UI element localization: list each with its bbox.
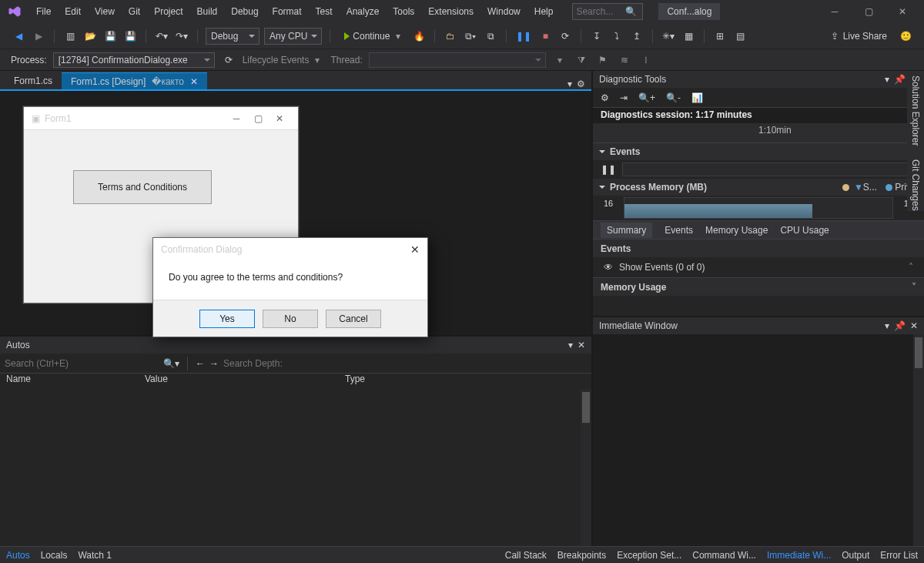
status-output[interactable]: Output <box>842 550 869 561</box>
winform-maximize-icon[interactable]: ▢ <box>247 113 269 124</box>
diag-ruler[interactable]: 1:10min 1: <box>593 123 924 143</box>
restart-button[interactable]: ⟳ <box>557 28 573 45</box>
menu-tools[interactable]: Tools <box>386 3 421 20</box>
pause-button[interactable]: ❚❚ <box>514 28 533 45</box>
close-tab-icon[interactable]: ✕ <box>190 76 198 87</box>
window-close-button[interactable]: ✕ <box>886 0 919 23</box>
close-panel-icon[interactable]: ✕ <box>578 340 585 350</box>
menu-window[interactable]: Window <box>480 3 527 20</box>
memory-section-header[interactable]: Process Memory (MB) ▼S... Priv... <box>593 179 924 196</box>
git-changes-tab[interactable]: Git Changes <box>910 159 921 211</box>
panel-dropdown-icon[interactable]: ▾ <box>885 320 889 331</box>
menu-git[interactable]: Git <box>122 3 147 20</box>
show-events-row[interactable]: 👁 Show Events (0 of 0) ˄ <box>593 257 924 277</box>
step-out-icon[interactable]: ↥ <box>629 28 644 45</box>
msgbox-cancel-button[interactable]: Cancel <box>326 310 381 328</box>
thread-combo[interactable] <box>369 52 546 68</box>
status-command[interactable]: Command Wi... <box>692 550 756 561</box>
memory-chart[interactable] <box>624 197 893 219</box>
diag-settings-icon[interactable]: ⚙ <box>601 92 609 103</box>
align-icon[interactable]: ⊞ <box>712 28 728 45</box>
status-watch1[interactable]: Watch 1 <box>78 550 112 561</box>
continue-button[interactable]: Continue▾ <box>338 31 407 42</box>
stack-icon[interactable]: ≋ <box>617 52 632 69</box>
col-value[interactable]: Value <box>145 374 345 389</box>
menu-project[interactable]: Project <box>147 3 189 20</box>
search-next-icon[interactable]: → <box>209 358 219 369</box>
snapshot-icon[interactable]: ⧉▾ <box>463 28 478 45</box>
status-exception[interactable]: Exception Set... <box>617 550 681 561</box>
new-project-icon[interactable]: ▥ <box>62 28 78 45</box>
search-icon[interactable]: 🔍▾ <box>163 358 179 369</box>
save-icon[interactable]: 💾 <box>102 28 118 45</box>
summary-events-header[interactable]: Events <box>593 239 924 257</box>
immediate-body[interactable] <box>593 334 924 546</box>
menu-view[interactable]: View <box>88 3 122 20</box>
config-combo[interactable]: Debug <box>206 28 259 45</box>
menu-extensions[interactable]: Extensions <box>421 3 480 20</box>
panel-dropdown-icon[interactable]: ▾ <box>568 340 573 350</box>
status-callstack[interactable]: Call Stack <box>505 550 547 561</box>
step-into-icon[interactable]: ↧ <box>589 28 604 45</box>
grid-icon[interactable]: ▦ <box>681 28 696 45</box>
events-track[interactable] <box>622 163 916 176</box>
col-type[interactable]: Type <box>345 374 365 389</box>
status-locals[interactable]: Locals <box>41 550 68 561</box>
undo-button[interactable]: ↶▾ <box>154 28 169 45</box>
diag-tab-cpu[interactable]: CPU Usage <box>780 225 829 236</box>
nav-forward-button[interactable]: ▶ <box>31 28 46 45</box>
summary-memory-header[interactable]: Memory Usage ˅ <box>593 277 924 296</box>
winform-minimize-icon[interactable]: ─ <box>226 113 247 124</box>
spark-icon[interactable]: ✳▾ <box>661 28 676 45</box>
flag-icon[interactable]: ⚑ <box>595 52 611 69</box>
quick-search-input[interactable] <box>576 6 625 17</box>
diag-chart-icon[interactable]: 📊 <box>691 92 703 103</box>
stop-button[interactable]: ■ <box>537 28 553 45</box>
process-combo[interactable]: [12784] ConfirmationDialog.exe <box>53 52 215 68</box>
window-restore-button[interactable]: ▢ <box>852 0 886 23</box>
nav-back-button[interactable]: ◀ <box>11 28 26 45</box>
feedback-icon[interactable]: 🙂 <box>898 28 913 45</box>
panel-dropdown-icon[interactable]: ▾ <box>885 74 889 85</box>
events-section-header[interactable]: Events <box>593 143 924 160</box>
menu-analyze[interactable]: Analyze <box>340 3 387 20</box>
status-breakpoints[interactable]: Breakpoints <box>557 550 606 561</box>
gear-icon[interactable]: ⚙ <box>577 79 585 89</box>
status-immediate[interactable]: Immediate Wi... <box>767 550 831 561</box>
browse-icon[interactable]: 🗀 <box>443 28 458 45</box>
status-autos[interactable]: Autos <box>6 550 30 561</box>
menu-edit[interactable]: Edit <box>58 3 88 20</box>
live-share-button[interactable]: ⇪Live Share <box>825 31 893 42</box>
scrollbar[interactable] <box>581 389 591 546</box>
zoom-out-icon[interactable]: 🔍- <box>666 92 681 103</box>
tab-dropdown-icon[interactable]: ▾ <box>567 79 572 89</box>
funnel-icon[interactable]: ⧩ <box>574 52 589 69</box>
pin-icon[interactable]: 📌 <box>894 320 906 331</box>
autos-search-input[interactable] <box>5 358 159 369</box>
step-over-icon[interactable]: ⤵ <box>609 28 624 45</box>
quick-search[interactable]: 🔍 <box>572 3 643 20</box>
status-errorlist[interactable]: Error List <box>880 550 918 561</box>
winform-close-icon[interactable]: ✕ <box>269 113 290 124</box>
menu-file[interactable]: File <box>29 3 58 20</box>
search-depth-input[interactable] <box>223 358 308 369</box>
diag-export-icon[interactable]: ⇥ <box>620 92 628 103</box>
more-icon[interactable]: ⁞ <box>638 52 654 69</box>
save-all-icon[interactable]: 💾 <box>122 28 138 45</box>
tab-form1-design[interactable]: Form1.cs [Design] �както ✕ <box>62 72 207 89</box>
redo-button[interactable]: ↷▾ <box>174 28 189 45</box>
menu-help[interactable]: Help <box>527 3 561 20</box>
pin-icon[interactable]: 📌 <box>894 74 906 85</box>
pin-icon[interactable]: �както <box>152 76 184 87</box>
filter-icon[interactable]: ▾ <box>552 52 567 69</box>
diag-tab-memory[interactable]: Memory Usage <box>705 225 768 236</box>
layout-icon[interactable]: ▤ <box>732 28 748 45</box>
msgbox-yes-button[interactable]: Yes <box>199 310 255 328</box>
open-icon[interactable]: 📂 <box>82 28 98 45</box>
window-minimize-button[interactable]: ─ <box>818 0 852 23</box>
solution-explorer-tab[interactable]: Solution Explorer <box>910 75 921 146</box>
lifecycle-icon[interactable]: ⟳ <box>221 52 236 69</box>
diag-tab-summary[interactable]: Summary <box>601 223 652 238</box>
diag-tab-events[interactable]: Events <box>665 225 693 236</box>
menu-build[interactable]: Build <box>190 3 225 20</box>
